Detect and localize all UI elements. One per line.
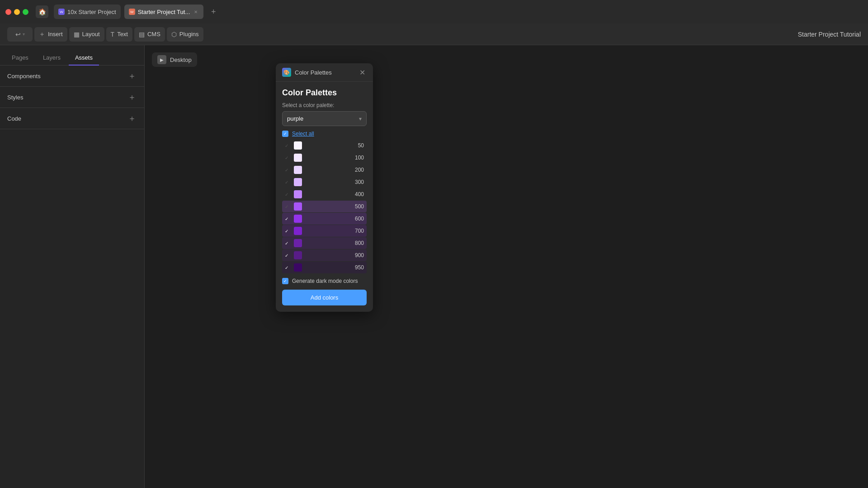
color-swatch-200 bbox=[294, 166, 302, 174]
color-shade-row-800[interactable]: ✓ 800 bbox=[282, 237, 367, 249]
palette-dropdown[interactable]: purple ▾ bbox=[282, 111, 367, 126]
tab-label-1: 10x Starter Project bbox=[67, 9, 116, 15]
plugins-icon: ⬡ bbox=[171, 31, 177, 38]
text-label: Text bbox=[117, 31, 128, 38]
color-shade-row-950[interactable]: ✓ 950 bbox=[282, 262, 367, 273]
color-shade-number-700: 700 bbox=[355, 228, 364, 234]
color-shade-row-600[interactable]: ✓ 600 bbox=[282, 213, 367, 225]
tab-close-button[interactable]: ✕ bbox=[193, 9, 199, 15]
color-shade-number-200: 200 bbox=[355, 167, 364, 173]
insert-button[interactable]: ＋ Insert bbox=[34, 27, 67, 42]
color-shade-number-400: 400 bbox=[355, 191, 364, 197]
select-all-label[interactable]: Select all bbox=[292, 131, 314, 137]
color-swatch-600 bbox=[294, 215, 302, 223]
plugins-label: Plugins bbox=[179, 31, 199, 38]
color-shade-row-400[interactable]: ✓ 400 bbox=[282, 188, 367, 200]
layout-icon: ▦ bbox=[74, 31, 80, 38]
sidebar-section-code[interactable]: Code ＋ bbox=[0, 108, 144, 129]
cms-button[interactable]: ▤ CMS bbox=[134, 27, 165, 42]
insert-label: Insert bbox=[48, 31, 63, 38]
sidebar-section-components[interactable]: Components ＋ bbox=[0, 66, 144, 87]
color-row-left: ✓ bbox=[285, 227, 302, 235]
fullscreen-traffic-light[interactable] bbox=[23, 9, 28, 15]
add-code-button[interactable]: ＋ bbox=[127, 113, 137, 123]
palette-select-label: Select a color palette: bbox=[282, 102, 367, 108]
tab-10x-starter[interactable]: W 10x Starter Project bbox=[54, 5, 121, 19]
dark-mode-row: ✓ Generate dark mode colors bbox=[282, 278, 367, 284]
play-icon[interactable]: ▶ bbox=[157, 55, 166, 64]
traffic-lights bbox=[5, 9, 28, 15]
color-row-left: ✓ bbox=[285, 202, 302, 211]
color-shade-row-100[interactable]: ✓ 100 bbox=[282, 152, 367, 164]
close-traffic-light[interactable] bbox=[5, 9, 11, 15]
color-swatch-300 bbox=[294, 178, 302, 186]
color-row-left: ✓ bbox=[285, 190, 302, 198]
select-all-checkbox[interactable]: ✓ bbox=[282, 131, 288, 137]
cms-label: CMS bbox=[147, 31, 160, 38]
color-row-left: ✓ bbox=[285, 166, 302, 174]
color-row-left: ✓ bbox=[285, 141, 302, 150]
color-check-icon: ✓ bbox=[285, 168, 291, 173]
sidebar-section-styles[interactable]: Styles ＋ bbox=[0, 87, 144, 108]
back-icon: ↩ bbox=[15, 31, 21, 38]
modal-main-title: Color Palettes bbox=[282, 88, 367, 98]
home-button[interactable]: 🏠 bbox=[36, 5, 48, 18]
color-check-icon: ✓ bbox=[285, 253, 291, 258]
canvas-area: ▶ Desktop 🎨 Color Palettes ✕ Color Palet… bbox=[145, 45, 868, 488]
color-shade-row-200[interactable]: ✓ 200 bbox=[282, 164, 367, 176]
color-shade-number-300: 300 bbox=[355, 179, 364, 185]
styles-label: Styles bbox=[7, 94, 23, 101]
color-row-left: ✓ bbox=[285, 239, 302, 247]
color-check-icon: ✓ bbox=[285, 155, 291, 160]
color-row-left: ✓ bbox=[285, 178, 302, 186]
sidebar: Pages Layers Assets Components ＋ Styles … bbox=[0, 45, 145, 488]
minimize-traffic-light[interactable] bbox=[14, 9, 20, 15]
sidebar-tabs: Pages Layers Assets bbox=[0, 45, 144, 66]
color-shade-number-950: 950 bbox=[355, 264, 364, 271]
color-check-icon: ✓ bbox=[285, 216, 291, 221]
add-colors-button[interactable]: Add colors bbox=[282, 290, 367, 305]
sidebar-tab-pages[interactable]: Pages bbox=[5, 51, 35, 66]
modal-close-button[interactable]: ✕ bbox=[358, 68, 367, 77]
color-check-icon: ✓ bbox=[285, 192, 291, 197]
color-shade-list: ✓ 50 ✓ 100 ✓ 200 ✓ 300 ✓ bbox=[282, 140, 367, 273]
device-label: Desktop bbox=[170, 56, 192, 63]
color-shade-row-50[interactable]: ✓ 50 bbox=[282, 140, 367, 151]
color-shade-row-900[interactable]: ✓ 900 bbox=[282, 249, 367, 261]
color-shade-number-900: 900 bbox=[355, 252, 364, 258]
color-check-icon: ✓ bbox=[285, 229, 291, 234]
back-forward-button[interactable]: ↩ ▾ bbox=[7, 27, 33, 42]
add-component-button[interactable]: ＋ bbox=[127, 71, 137, 81]
color-swatch-950 bbox=[294, 263, 302, 272]
modal-header: 🎨 Color Palettes ✕ bbox=[276, 63, 373, 82]
color-palettes-modal[interactable]: 🎨 Color Palettes ✕ Color Palettes Select… bbox=[276, 63, 373, 312]
main-layout: Pages Layers Assets Components ＋ Styles … bbox=[0, 45, 868, 488]
select-all-row: ✓ Select all bbox=[282, 131, 367, 137]
color-shade-number-500: 500 bbox=[355, 203, 364, 210]
color-shade-number-100: 100 bbox=[355, 155, 364, 161]
color-swatch-100 bbox=[294, 154, 302, 162]
plugins-button[interactable]: ⬡ Plugins bbox=[167, 27, 203, 42]
color-shade-number-800: 800 bbox=[355, 240, 364, 246]
layout-button[interactable]: ▦ Layout bbox=[69, 27, 104, 42]
sidebar-tab-layers[interactable]: Layers bbox=[37, 51, 67, 66]
color-shade-row-700[interactable]: ✓ 700 bbox=[282, 225, 367, 237]
color-check-icon: ✓ bbox=[285, 143, 291, 148]
dropdown-icon: ▾ bbox=[23, 32, 25, 37]
tab-icon-2: W bbox=[129, 9, 135, 15]
title-bar: 🏠 W 10x Starter Project W Starter Projec… bbox=[0, 0, 868, 23]
color-check-icon: ✓ bbox=[285, 241, 291, 246]
project-title: Starter Project Tutorial bbox=[798, 31, 861, 38]
color-row-left: ✓ bbox=[285, 263, 302, 272]
add-tab-button[interactable]: + bbox=[207, 5, 220, 18]
color-shade-row-300[interactable]: ✓ 300 bbox=[282, 176, 367, 188]
tab-starter-tut[interactable]: W Starter Project Tut... ✕ bbox=[124, 5, 204, 19]
color-shade-number-50: 50 bbox=[358, 142, 364, 149]
dark-mode-checkbox[interactable]: ✓ bbox=[282, 278, 288, 284]
code-label: Code bbox=[7, 115, 21, 122]
color-check-icon: ✓ bbox=[285, 265, 291, 270]
add-style-button[interactable]: ＋ bbox=[127, 92, 137, 102]
text-button[interactable]: T Text bbox=[106, 27, 132, 42]
sidebar-tab-assets[interactable]: Assets bbox=[69, 51, 99, 66]
color-shade-row-500[interactable]: ✓ 500 bbox=[282, 201, 367, 212]
